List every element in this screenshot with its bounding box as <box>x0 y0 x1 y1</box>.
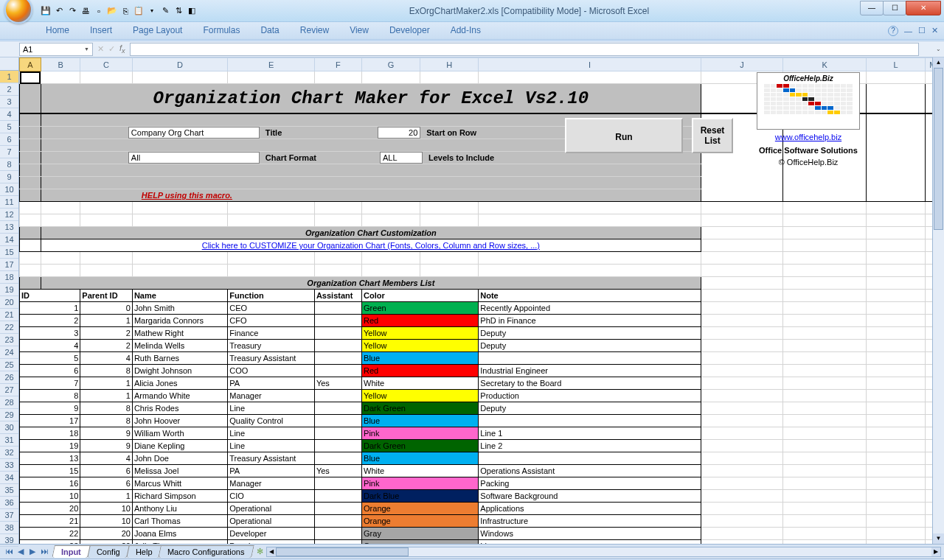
color-cell[interactable]: Dark Green <box>362 402 479 415</box>
row-header-13[interactable]: 13 <box>0 221 18 234</box>
ribbon-tab-data[interactable]: Data <box>250 22 289 39</box>
row-header-30[interactable]: 30 <box>0 421 18 434</box>
row-header-34[interactable]: 34 <box>0 472 18 484</box>
fx-icon[interactable]: fx <box>119 43 125 55</box>
row-header-4[interactable]: 4 <box>0 108 18 121</box>
maximize-button[interactable]: ☐ <box>883 1 906 15</box>
col-header-E[interactable]: E <box>228 58 315 71</box>
row-header-5[interactable]: 5 <box>0 121 18 133</box>
ribbon-tab-add-ins[interactable]: Add-Ins <box>440 22 491 39</box>
hscroll-thumb[interactable] <box>276 547 409 556</box>
scroll-thumb[interactable] <box>934 68 943 230</box>
color-cell[interactable]: White <box>362 377 479 390</box>
sheet-tab-input[interactable]: Input <box>52 545 91 558</box>
chart-format-input[interactable]: All <box>128 152 260 164</box>
row-header-37[interactable]: 37 <box>0 509 18 522</box>
row-header-15[interactable]: 15 <box>0 246 18 259</box>
scroll-up-icon[interactable]: ▲ <box>933 57 944 68</box>
scroll-right-icon[interactable]: ▶ <box>931 547 940 556</box>
row-header-39[interactable]: 39 <box>0 534 18 547</box>
color-cell[interactable]: Red <box>362 315 479 327</box>
start-row-input[interactable]: 20 <box>378 127 420 139</box>
row-header-9[interactable]: 9 <box>0 171 18 183</box>
reset-list-button[interactable]: Reset List <box>692 118 733 153</box>
col-header-A[interactable]: A <box>20 58 41 71</box>
ribbon-tab-insert[interactable]: Insert <box>80 22 122 39</box>
row-header-33[interactable]: 33 <box>0 459 18 472</box>
scroll-down-icon[interactable]: ▼ <box>933 533 944 544</box>
row-header-26[interactable]: 26 <box>0 371 18 384</box>
close-workbook-icon[interactable]: ✕ <box>931 26 938 35</box>
select-all-corner[interactable] <box>0 57 18 71</box>
save-icon[interactable]: 💾 <box>40 5 52 17</box>
row-header-19[interactable]: 19 <box>0 284 18 296</box>
officehelp-link[interactable]: www.officehelp.biz <box>775 133 841 141</box>
row-header-35[interactable]: 35 <box>0 484 18 497</box>
col-header-F[interactable]: F <box>314 58 361 71</box>
row-header-1[interactable]: 1 <box>0 71 18 83</box>
color-cell[interactable]: Pink <box>362 427 479 440</box>
color-cell[interactable]: Yellow <box>362 327 479 340</box>
tab-nav-last-icon[interactable]: ⏭ <box>38 547 50 556</box>
col-header-K[interactable]: K <box>783 58 867 71</box>
row-header-6[interactable]: 6 <box>0 133 18 146</box>
color-cell[interactable]: Blue <box>362 452 479 465</box>
name-box[interactable]: A1 ▼ <box>19 43 93 56</box>
redo-icon[interactable]: ↷ <box>66 5 78 17</box>
col-header-I[interactable]: I <box>479 58 701 71</box>
new-sheet-icon[interactable]: ✻ <box>257 547 263 556</box>
row-header-14[interactable]: 14 <box>0 234 18 246</box>
tab-nav-first-icon[interactable]: ⏮ <box>3 547 15 556</box>
color-cell[interactable]: Blue <box>362 352 479 365</box>
row-header-8[interactable]: 8 <box>0 158 18 171</box>
row-header-10[interactable]: 10 <box>0 183 18 196</box>
ribbon-tab-developer[interactable]: Developer <box>379 22 440 39</box>
row-header-38[interactable]: 38 <box>0 522 18 534</box>
restore-window-icon[interactable]: ☐ <box>918 26 926 35</box>
ribbon-tab-view[interactable]: View <box>339 22 379 39</box>
tab-nav-prev-icon[interactable]: ◀ <box>15 547 27 556</box>
sheet-tab-macro-configurations[interactable]: Macro Configurations <box>159 545 254 558</box>
row-header-11[interactable]: 11 <box>0 196 18 209</box>
vertical-scrollbar[interactable]: ▲ ▼ <box>932 57 944 544</box>
close-button[interactable]: ✕ <box>906 1 941 15</box>
horizontal-scrollbar[interactable]: ◀ ▶ <box>266 547 941 557</box>
cancel-icon[interactable]: ✕ <box>97 44 104 54</box>
tool2-icon[interactable]: ◧ <box>186 5 198 17</box>
row-header-21[interactable]: 21 <box>0 309 18 321</box>
paste-icon[interactable]: 📋 <box>133 5 145 17</box>
row-header-23[interactable]: 23 <box>0 334 18 346</box>
col-header-C[interactable]: C <box>80 58 133 71</box>
col-header-M[interactable]: M <box>925 58 932 71</box>
color-cell[interactable]: Blue <box>362 415 479 427</box>
undo-icon[interactable]: ↶ <box>53 5 65 17</box>
col-header-G[interactable]: G <box>362 58 420 71</box>
run-button[interactable]: Run <box>565 118 683 153</box>
color-cell[interactable]: Yellow <box>362 390 479 402</box>
row-header-18[interactable]: 18 <box>0 271 18 284</box>
row-header-29[interactable]: 29 <box>0 409 18 421</box>
col-header-J[interactable]: J <box>701 58 782 71</box>
sort-icon[interactable]: ⇅ <box>173 5 184 17</box>
row-header-24[interactable]: 24 <box>0 346 18 359</box>
color-cell[interactable]: Yellow <box>362 340 479 352</box>
open-icon[interactable]: 📂 <box>106 5 118 17</box>
color-cell[interactable]: Orange <box>362 515 479 528</box>
col-header-L[interactable]: L <box>867 58 925 71</box>
color-cell[interactable]: Gray <box>362 528 479 540</box>
row-header-31[interactable]: 31 <box>0 434 18 447</box>
customization-header[interactable]: Organization Chart Customization <box>41 227 701 239</box>
new-icon[interactable]: ▫ <box>93 5 105 17</box>
worksheet-grid[interactable]: 1234567891011121314151718192021222324252… <box>0 57 944 544</box>
cell-A1[interactable] <box>20 71 41 84</box>
ribbon-tab-page-layout[interactable]: Page Layout <box>122 22 192 39</box>
row-header-28[interactable]: 28 <box>0 396 18 409</box>
title-input[interactable]: Company Org Chart <box>128 127 260 139</box>
chevron-down-icon[interactable]: ▼ <box>84 46 89 52</box>
row-header-25[interactable]: 25 <box>0 359 18 371</box>
color-cell[interactable]: Dark Green <box>362 440 479 452</box>
row-header-2[interactable]: 2 <box>0 83 18 96</box>
row-header-22[interactable]: 22 <box>0 321 18 334</box>
print-icon[interactable]: 🖶 <box>80 5 91 17</box>
sheet-tab-config[interactable]: Config <box>87 545 129 558</box>
